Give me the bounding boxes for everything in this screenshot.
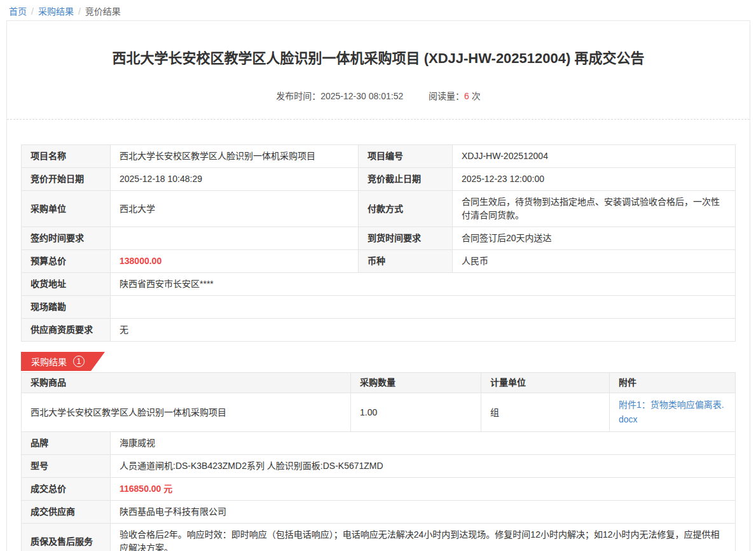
site-visit-value: [111, 296, 736, 319]
publish-time: 发布时间：2025-12-30 08:01:52: [276, 91, 403, 101]
breadcrumb: 首页/采购结果/竞价结果: [0, 0, 756, 18]
publish-meta: 发布时间：2025-12-30 08:01:52 阅读量：6 次: [7, 89, 750, 102]
project-info-table: 项目名称 西北大学长安校区教学区人脸识别一体机采购项目 项目编号 XDJJ-HW…: [21, 144, 736, 342]
project-name-label: 项目名称: [22, 145, 111, 168]
bid-start-value: 2025-12-18 10:48:29: [111, 168, 359, 191]
result-section-header: 采购结果 1: [21, 352, 736, 371]
announcement-card: 西北大学长安校区教学区人脸识别一体机采购项目 (XDJJ-HW-20251200…: [6, 20, 750, 551]
qualification-value: 无: [111, 319, 736, 342]
view-count-number: 6: [464, 91, 469, 101]
table-row: 竞价开始日期 2025-12-18 10:48:29 竞价截止日期 2025-1…: [22, 168, 736, 191]
col-header-unit: 计量单位: [481, 373, 610, 393]
supplier-label: 成交供应商: [22, 501, 111, 524]
model-label: 型号: [22, 455, 111, 478]
page-title: 西北大学长安校区教学区人脸识别一体机采购项目 (XDJJ-HW-20251200…: [52, 49, 705, 68]
site-visit-label: 现场踏勘: [22, 296, 111, 319]
table-row: 采购单位 西北大学 付款方式 合同生效后，待货物到达指定地点、安装调试验收合格后…: [22, 191, 736, 227]
currency-value: 人民币: [453, 250, 736, 273]
breadcrumb-separator: /: [78, 6, 81, 17]
breadcrumb-current: 竞价结果: [85, 6, 121, 17]
budget-value: 138000.00: [111, 250, 359, 273]
currency-label: 币种: [359, 250, 453, 273]
table-row: 签约时间要求 到货时间要求 合同签订后20天内送达: [22, 227, 736, 250]
page: 首页/采购结果/竞价结果 西北大学长安校区教学区人脸识别一体机采购项目 (XDJ…: [0, 0, 756, 551]
purchaser-value: 西北大学: [111, 191, 359, 227]
breadcrumb-separator: /: [31, 6, 34, 17]
brand-label: 品牌: [22, 432, 111, 455]
col-header-attachment: 附件: [610, 373, 736, 393]
table-row: 成交总价 116850.00 元: [22, 478, 736, 501]
table-row: 供应商资质要求 无: [22, 319, 736, 342]
attachment-link[interactable]: 附件1：货物类响应偏离表.docx: [619, 400, 724, 424]
project-name-value: 西北大学长安校区教学区人脸识别一体机采购项目: [111, 145, 359, 168]
content: 项目名称 西北大学长安校区教学区人脸识别一体机采购项目 项目编号 XDJJ-HW…: [7, 120, 750, 551]
table-row: 品牌 海康威视: [22, 432, 736, 455]
qualification-label: 供应商资质要求: [22, 319, 111, 342]
table-row: 现场踏勘: [22, 296, 736, 319]
brand-value: 海康威视: [111, 432, 736, 455]
result-unit: 组: [481, 393, 610, 432]
result-product-name: 西北大学长安校区教学区人脸识别一体机采购项目: [22, 393, 351, 432]
sign-time-label: 签约时间要求: [22, 227, 111, 250]
warranty-label: 质保及售后服务: [22, 524, 111, 551]
bid-end-value: 2025-12-23 12:00:00: [453, 168, 736, 191]
delivery-time-label: 到货时间要求: [359, 227, 453, 250]
project-code-value: XDJJ-HW-202512004: [453, 145, 736, 168]
result-count-badge: 1: [73, 356, 85, 367]
budget-label: 预算总价: [22, 250, 111, 273]
col-header-product: 采购商品: [22, 373, 351, 393]
col-header-quantity: 采购数量: [351, 373, 481, 393]
address-label: 收货地址: [22, 273, 111, 296]
table-row: 收货地址 陕西省西安市长安区****: [22, 273, 736, 296]
view-count: 阅读量：6 次: [429, 91, 481, 101]
warranty-value: 验收合格后2年。响应时效：即时响应（包括电话响应）；电话响应无法解决24小时内到…: [111, 524, 736, 551]
payment-label: 付款方式: [359, 191, 453, 227]
table-row: 项目名称 西北大学长安校区教学区人脸识别一体机采购项目 项目编号 XDJJ-HW…: [22, 145, 736, 168]
table-row: 西北大学长安校区教学区人脸识别一体机采购项目 1.00 组 附件1：货物类响应偏…: [22, 393, 736, 432]
deal-price-value: 116850.00 元: [111, 478, 736, 501]
purchase-result-badge-label: 采购结果: [31, 355, 67, 368]
payment-value: 合同生效后，待货物到达指定地点、安装调试验收合格后，一次性付清合同货款。: [453, 191, 736, 227]
sign-time-value: [111, 227, 359, 250]
table-row: 成交供应商 陕西基品电子科技有限公司: [22, 501, 736, 524]
result-quantity: 1.00: [351, 393, 481, 432]
table-row: 质保及售后服务 验收合格后2年。响应时效：即时响应（包括电话响应）；电话响应无法…: [22, 524, 736, 551]
deal-price-label: 成交总价: [22, 478, 111, 501]
supplier-value: 陕西基品电子科技有限公司: [111, 501, 736, 524]
result-detail-table: 品牌 海康威视 型号 人员通道闸机:DS-K3B423ZMD2系列 人脸识别面板…: [21, 431, 736, 551]
purchase-result-badge: 采购结果 1: [21, 352, 105, 371]
bid-start-label: 竞价开始日期: [22, 168, 111, 191]
address-value: 陕西省西安市长安区****: [111, 273, 736, 296]
table-header-row: 采购商品 采购数量 计量单位 附件: [22, 373, 736, 393]
breadcrumb-purchase-results-link[interactable]: 采购结果: [38, 6, 74, 17]
model-value: 人员通道闸机:DS-K3B423ZMD2系列 人脸识别面板:DS-K5671ZM…: [111, 455, 736, 478]
bid-end-label: 竞价截止日期: [359, 168, 453, 191]
purchaser-label: 采购单位: [22, 191, 111, 227]
breadcrumb-home-link[interactable]: 首页: [9, 6, 27, 17]
delivery-time-value: 合同签订后20天内送达: [453, 227, 736, 250]
result-items-table: 采购商品 采购数量 计量单位 附件 西北大学长安校区教学区人脸识别一体机采购项目…: [21, 372, 736, 432]
table-row: 型号 人员通道闸机:DS-K3B423ZMD2系列 人脸识别面板:DS-K567…: [22, 455, 736, 478]
project-code-label: 项目编号: [359, 145, 453, 168]
table-row: 预算总价 138000.00 币种 人民币: [22, 250, 736, 273]
